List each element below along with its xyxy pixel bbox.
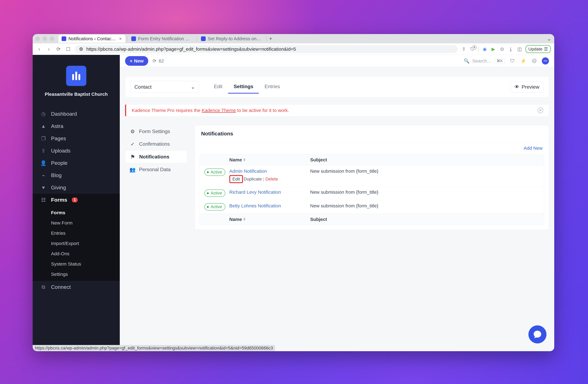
new-button[interactable]: +New: [125, 56, 148, 66]
help-icon[interactable]: ☹: [531, 58, 537, 64]
sidebar-item-blog[interactable]: ⌁Blog: [33, 169, 120, 182]
notification-name-link[interactable]: Admin Notification: [229, 168, 267, 174]
notification-name-link[interactable]: Richard Levy Notification: [229, 189, 281, 195]
giving-icon: ♥: [41, 185, 46, 191]
alert-link[interactable]: Kadence Theme: [202, 108, 236, 113]
connect-icon: ⧉: [41, 284, 46, 290]
people-icon: 👥: [130, 167, 135, 172]
tab-title: Form Entry Notification Emails | D: [138, 36, 192, 41]
close-icon[interactable]: ×: [119, 37, 122, 40]
pages-icon: ❐: [41, 136, 46, 141]
status-badge[interactable]: Active: [204, 189, 225, 197]
browser-tab[interactable]: Set Reply-to Address on Notificat: [198, 35, 265, 43]
site-settings-icon[interactable]: ⚙: [79, 46, 83, 52]
favicon-icon: [201, 36, 206, 41]
tab-entries[interactable]: Entries: [259, 80, 286, 94]
warning-alert: Kadence Theme Pro requires the Kadence T…: [125, 104, 549, 117]
update-button[interactable]: Update ☰: [525, 45, 551, 53]
browser-tab-bar: Notifications ‹ Contact ‹ Form × Form En…: [33, 34, 554, 43]
settings-nav-formsettings[interactable]: ⚙Form Settings: [125, 125, 187, 138]
kbd-shortcut: ⌘K: [495, 58, 505, 64]
sidebar-item-connect[interactable]: ⧉Connect: [33, 281, 120, 293]
subject-cell: New submission from {form_title}: [310, 189, 539, 195]
blog-icon: ⌁: [41, 172, 46, 178]
settings-nav-confirmations[interactable]: ✓Confirmations: [125, 138, 187, 150]
edit-link[interactable]: Edit: [229, 175, 243, 183]
menu-icon: ☰: [544, 46, 548, 52]
sidebar-sub-settings[interactable]: Settings: [33, 269, 120, 279]
close-icon[interactable]: ✕: [538, 108, 543, 113]
settings-nav-personaldata[interactable]: 👥Personal Data: [125, 163, 187, 176]
sidebar-item-dashboard[interactable]: ◷Dashboard: [33, 108, 120, 120]
top-bar: +New ⟳62 🔍 Search… ⌘K 🛡 ⚡ ☹: [120, 55, 554, 67]
site-logo[interactable]: [66, 66, 86, 86]
user-menu[interactable]: [542, 57, 549, 64]
settings-nav-notifications[interactable]: ⚑Notifications: [125, 150, 187, 163]
sidebar-item-pages[interactable]: ❐Pages: [33, 132, 120, 144]
form-selector[interactable]: Contact ⌄: [130, 81, 199, 93]
sidebar-sub-addons[interactable]: Add-Ons: [33, 249, 120, 259]
uploads-icon: ⇪: [41, 148, 46, 154]
preview-button[interactable]: 👁 Preview: [510, 81, 544, 93]
tab-settings[interactable]: Settings: [228, 80, 259, 94]
extension-icon[interactable]: ▶: [491, 46, 496, 52]
sidebar-item-giving[interactable]: ♥Giving: [33, 182, 120, 194]
url-input[interactable]: ⚙ https://pbcns.ca/wp-admin/admin.php?pa…: [75, 45, 458, 53]
download-icon[interactable]: ⭳: [508, 46, 514, 52]
eye-icon: 👁: [514, 84, 519, 90]
delete-link[interactable]: Delete: [265, 177, 278, 182]
chevron-down-icon[interactable]: ⌄: [547, 36, 551, 42]
refresh-icon: ⟳: [153, 58, 156, 63]
url-text: https://pbcns.ca/wp-admin/admin.php?page…: [86, 46, 296, 52]
gear-icon: ⚙: [130, 129, 135, 134]
extension-icon[interactable]: ◉: [482, 46, 487, 52]
sidebar-item-people[interactable]: 👤People: [33, 157, 120, 169]
tab-title: Set Reply-to Address on Notificat: [208, 36, 262, 41]
browser-tab-active[interactable]: Notifications ‹ Contact ‹ Form ×: [59, 35, 125, 43]
sidebar-item-astra[interactable]: ▲Astra: [33, 120, 120, 132]
new-tab-button[interactable]: +: [268, 36, 274, 42]
admin-sidebar: Pleasantville Baptist Church ◷Dashboard …: [33, 55, 120, 351]
reload-button[interactable]: ⟳: [55, 46, 62, 52]
sidebar-icon[interactable]: ◫: [517, 46, 522, 52]
sidebar-sub-systemstatus[interactable]: System Status: [33, 259, 120, 269]
tab-edit[interactable]: Edit: [208, 80, 228, 94]
settings-nav: ⚙Form Settings ✓Confirmations ⚑Notificat…: [125, 125, 187, 230]
extension-icon[interactable]: ⊙: [499, 46, 505, 52]
notifications-table: Name⇕ Subject Active Admin Notification …: [200, 154, 544, 225]
astra-icon: ▲: [41, 123, 46, 129]
forms-icon: ☷: [41, 197, 46, 203]
chat-button[interactable]: [528, 325, 546, 344]
sort-icon[interactable]: ⇕: [243, 158, 246, 162]
sidebar-sub-forms[interactable]: Forms: [33, 207, 120, 218]
sidebar-sub-newform[interactable]: New Form: [33, 218, 120, 228]
table-row: Active Richard Levy Notification New sub…: [200, 186, 544, 200]
forward-button[interactable]: ›: [46, 46, 52, 52]
sort-icon[interactable]: ⇕: [243, 217, 246, 221]
count-badge: 1: [72, 198, 78, 202]
shield-icon[interactable]: 🛡: [509, 58, 516, 64]
back-button[interactable]: ‹: [36, 46, 42, 52]
sidebar-sub-entries[interactable]: Entries: [33, 228, 120, 238]
search-icon: 🔍: [464, 58, 469, 63]
sidebar-item-uploads[interactable]: ⇪Uploads: [33, 144, 120, 157]
sidebar-item-forms[interactable]: ☷Forms1: [33, 194, 120, 206]
sidebar-sub-importexport[interactable]: Import/Export: [33, 238, 120, 249]
search-input[interactable]: 🔍 Search… ⌘K: [464, 58, 505, 64]
sidebar-submenu: Forms New Form Entries Import/Export Add…: [33, 206, 120, 281]
add-new-link[interactable]: Add New: [524, 145, 543, 151]
status-bar-url: https://pbcns.ca/wp-admin/admin.php?page…: [33, 345, 275, 351]
window-controls[interactable]: [36, 37, 54, 41]
dashboard-icon: ◷: [41, 111, 46, 117]
browser-tab[interactable]: Form Entry Notification Emails | D: [128, 35, 195, 43]
shield-icon[interactable]: 🛡: [470, 46, 475, 52]
bolt-icon[interactable]: ⚡: [520, 58, 526, 64]
refresh-count[interactable]: ⟳62: [153, 58, 164, 63]
notification-name-link[interactable]: Betty Lohnes Notification: [229, 203, 281, 208]
url-bar: ‹ › ⟳ ☐ ⚙ https://pbcns.ca/wp-admin/admi…: [33, 43, 554, 55]
bookmark-icon[interactable]: ☐: [65, 46, 71, 52]
duplicate-link[interactable]: Duplicate: [244, 177, 262, 182]
status-badge[interactable]: Active: [204, 168, 225, 176]
status-badge[interactable]: Active: [204, 203, 225, 210]
share-icon[interactable]: ⇧: [461, 46, 467, 52]
